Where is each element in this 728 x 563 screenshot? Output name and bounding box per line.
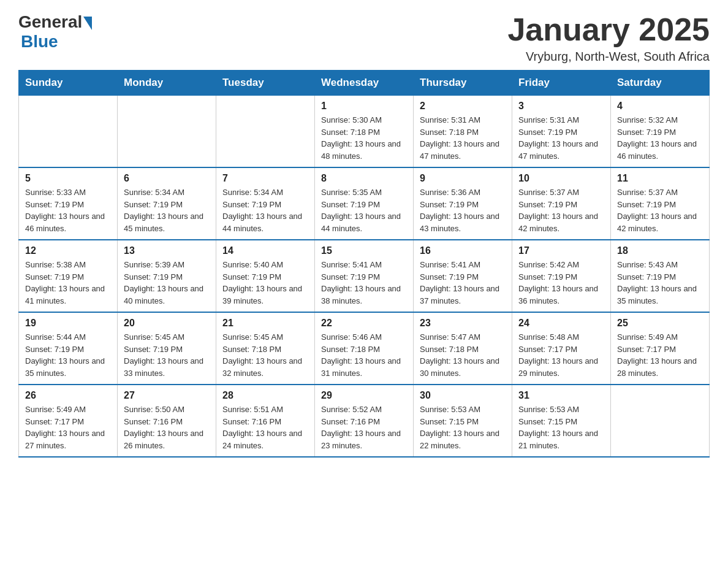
calendar-cell: 8Sunrise: 5:35 AM Sunset: 7:19 PM Daylig…: [315, 167, 414, 240]
day-number: 30: [420, 390, 506, 401]
calendar-cell: 2Sunrise: 5:31 AM Sunset: 7:18 PM Daylig…: [414, 96, 512, 168]
day-info: Sunrise: 5:33 AM Sunset: 7:19 PM Dayligh…: [25, 186, 111, 234]
calendar-cell: 4Sunrise: 5:32 AM Sunset: 7:19 PM Daylig…: [611, 96, 710, 168]
logo-triangle-icon: [83, 17, 92, 30]
calendar-cell: 7Sunrise: 5:34 AM Sunset: 7:19 PM Daylig…: [216, 167, 315, 240]
day-number: 10: [518, 173, 604, 184]
week-row-3: 12Sunrise: 5:38 AM Sunset: 7:19 PM Dayli…: [19, 240, 710, 312]
day-number: 27: [124, 390, 210, 401]
logo-general-text: General: [18, 12, 82, 32]
calendar-cell: 9Sunrise: 5:36 AM Sunset: 7:19 PM Daylig…: [414, 167, 512, 240]
day-number: 5: [25, 173, 111, 184]
day-info: Sunrise: 5:51 AM Sunset: 7:16 PM Dayligh…: [222, 404, 308, 451]
calendar-cell: 25Sunrise: 5:49 AM Sunset: 7:17 PM Dayli…: [611, 312, 710, 385]
page-subtitle: Vryburg, North-West, South Africa: [507, 50, 710, 64]
weekday-header-friday: Friday: [512, 71, 611, 96]
calendar-cell: 19Sunrise: 5:44 AM Sunset: 7:19 PM Dayli…: [19, 312, 118, 385]
calendar-cell: 11Sunrise: 5:37 AM Sunset: 7:19 PM Dayli…: [611, 167, 710, 240]
calendar-cell: [611, 385, 710, 457]
day-number: 8: [321, 173, 407, 184]
page-header: General Blue January 2025 Vryburg, North…: [18, 12, 710, 64]
day-info: Sunrise: 5:37 AM Sunset: 7:19 PM Dayligh…: [617, 186, 703, 234]
day-info: Sunrise: 5:41 AM Sunset: 7:19 PM Dayligh…: [420, 259, 506, 307]
day-info: Sunrise: 5:53 AM Sunset: 7:15 PM Dayligh…: [420, 404, 506, 451]
calendar-cell: [216, 96, 315, 168]
day-number: 21: [222, 318, 308, 329]
weekday-header-sunday: Sunday: [19, 71, 118, 96]
week-row-2: 5Sunrise: 5:33 AM Sunset: 7:19 PM Daylig…: [19, 167, 710, 240]
day-number: 1: [321, 101, 407, 112]
day-number: 22: [321, 318, 407, 329]
day-info: Sunrise: 5:40 AM Sunset: 7:19 PM Dayligh…: [222, 259, 308, 307]
calendar-cell: 15Sunrise: 5:41 AM Sunset: 7:19 PM Dayli…: [315, 240, 414, 312]
day-number: 11: [617, 173, 703, 184]
calendar-cell: 24Sunrise: 5:48 AM Sunset: 7:17 PM Dayli…: [512, 312, 611, 385]
logo: General Blue: [18, 12, 92, 52]
page-title: January 2025: [507, 12, 710, 47]
day-info: Sunrise: 5:53 AM Sunset: 7:15 PM Dayligh…: [518, 404, 604, 451]
calendar-cell: 31Sunrise: 5:53 AM Sunset: 7:15 PM Dayli…: [512, 385, 611, 457]
calendar-cell: 3Sunrise: 5:31 AM Sunset: 7:19 PM Daylig…: [512, 96, 611, 168]
calendar-cell: [118, 96, 216, 168]
calendar-cell: 6Sunrise: 5:34 AM Sunset: 7:19 PM Daylig…: [118, 167, 216, 240]
week-row-1: 1Sunrise: 5:30 AM Sunset: 7:18 PM Daylig…: [19, 96, 710, 168]
day-number: 19: [25, 318, 111, 329]
weekday-header-thursday: Thursday: [414, 71, 512, 96]
day-info: Sunrise: 5:34 AM Sunset: 7:19 PM Dayligh…: [124, 186, 210, 234]
day-info: Sunrise: 5:42 AM Sunset: 7:19 PM Dayligh…: [518, 259, 604, 307]
day-info: Sunrise: 5:52 AM Sunset: 7:16 PM Dayligh…: [321, 404, 407, 451]
day-number: 25: [617, 318, 703, 329]
calendar-cell: 12Sunrise: 5:38 AM Sunset: 7:19 PM Dayli…: [19, 240, 118, 312]
calendar-table: SundayMondayTuesdayWednesdayThursdayFrid…: [18, 70, 710, 458]
day-info: Sunrise: 5:45 AM Sunset: 7:18 PM Dayligh…: [222, 331, 308, 379]
weekday-header-tuesday: Tuesday: [216, 71, 315, 96]
day-info: Sunrise: 5:30 AM Sunset: 7:18 PM Dayligh…: [321, 114, 407, 162]
calendar-cell: 20Sunrise: 5:45 AM Sunset: 7:19 PM Dayli…: [118, 312, 216, 385]
day-info: Sunrise: 5:34 AM Sunset: 7:19 PM Dayligh…: [222, 186, 308, 234]
calendar-cell: 28Sunrise: 5:51 AM Sunset: 7:16 PM Dayli…: [216, 385, 315, 457]
day-number: 7: [222, 173, 308, 184]
calendar-cell: 16Sunrise: 5:41 AM Sunset: 7:19 PM Dayli…: [414, 240, 512, 312]
calendar-cell: 23Sunrise: 5:47 AM Sunset: 7:18 PM Dayli…: [414, 312, 512, 385]
day-info: Sunrise: 5:43 AM Sunset: 7:19 PM Dayligh…: [617, 259, 703, 307]
calendar-cell: 18Sunrise: 5:43 AM Sunset: 7:19 PM Dayli…: [611, 240, 710, 312]
day-info: Sunrise: 5:47 AM Sunset: 7:18 PM Dayligh…: [420, 331, 506, 379]
day-number: 6: [124, 173, 210, 184]
day-number: 18: [617, 245, 703, 256]
calendar-cell: 13Sunrise: 5:39 AM Sunset: 7:19 PM Dayli…: [118, 240, 216, 312]
week-row-5: 26Sunrise: 5:49 AM Sunset: 7:17 PM Dayli…: [19, 385, 710, 457]
calendar-cell: 30Sunrise: 5:53 AM Sunset: 7:15 PM Dayli…: [414, 385, 512, 457]
calendar-cell: 14Sunrise: 5:40 AM Sunset: 7:19 PM Dayli…: [216, 240, 315, 312]
day-number: 15: [321, 245, 407, 256]
week-row-4: 19Sunrise: 5:44 AM Sunset: 7:19 PM Dayli…: [19, 312, 710, 385]
day-number: 28: [222, 390, 308, 401]
calendar-cell: 10Sunrise: 5:37 AM Sunset: 7:19 PM Dayli…: [512, 167, 611, 240]
calendar-header: SundayMondayTuesdayWednesdayThursdayFrid…: [19, 71, 710, 96]
day-info: Sunrise: 5:39 AM Sunset: 7:19 PM Dayligh…: [124, 259, 210, 307]
day-info: Sunrise: 5:45 AM Sunset: 7:19 PM Dayligh…: [124, 331, 210, 379]
calendar-cell: 29Sunrise: 5:52 AM Sunset: 7:16 PM Dayli…: [315, 385, 414, 457]
day-number: 31: [518, 390, 604, 401]
calendar-cell: 5Sunrise: 5:33 AM Sunset: 7:19 PM Daylig…: [19, 167, 118, 240]
calendar-cell: 17Sunrise: 5:42 AM Sunset: 7:19 PM Dayli…: [512, 240, 611, 312]
day-info: Sunrise: 5:38 AM Sunset: 7:19 PM Dayligh…: [25, 259, 111, 307]
day-info: Sunrise: 5:35 AM Sunset: 7:19 PM Dayligh…: [321, 186, 407, 234]
weekday-header-wednesday: Wednesday: [315, 71, 414, 96]
title-block: January 2025 Vryburg, North-West, South …: [507, 12, 710, 64]
day-number: 29: [321, 390, 407, 401]
day-info: Sunrise: 5:48 AM Sunset: 7:17 PM Dayligh…: [518, 331, 604, 379]
calendar-body: 1Sunrise: 5:30 AM Sunset: 7:18 PM Daylig…: [19, 96, 710, 458]
day-info: Sunrise: 5:31 AM Sunset: 7:19 PM Dayligh…: [518, 114, 604, 162]
day-number: 2: [420, 101, 506, 112]
day-info: Sunrise: 5:49 AM Sunset: 7:17 PM Dayligh…: [617, 331, 703, 379]
day-info: Sunrise: 5:46 AM Sunset: 7:18 PM Dayligh…: [321, 331, 407, 379]
day-info: Sunrise: 5:31 AM Sunset: 7:18 PM Dayligh…: [420, 114, 506, 162]
day-info: Sunrise: 5:50 AM Sunset: 7:16 PM Dayligh…: [124, 404, 210, 451]
day-info: Sunrise: 5:44 AM Sunset: 7:19 PM Dayligh…: [25, 331, 111, 379]
day-number: 23: [420, 318, 506, 329]
day-number: 16: [420, 245, 506, 256]
day-info: Sunrise: 5:49 AM Sunset: 7:17 PM Dayligh…: [25, 404, 111, 451]
day-info: Sunrise: 5:37 AM Sunset: 7:19 PM Dayligh…: [518, 186, 604, 234]
calendar-cell: [19, 96, 118, 168]
day-info: Sunrise: 5:36 AM Sunset: 7:19 PM Dayligh…: [420, 186, 506, 234]
